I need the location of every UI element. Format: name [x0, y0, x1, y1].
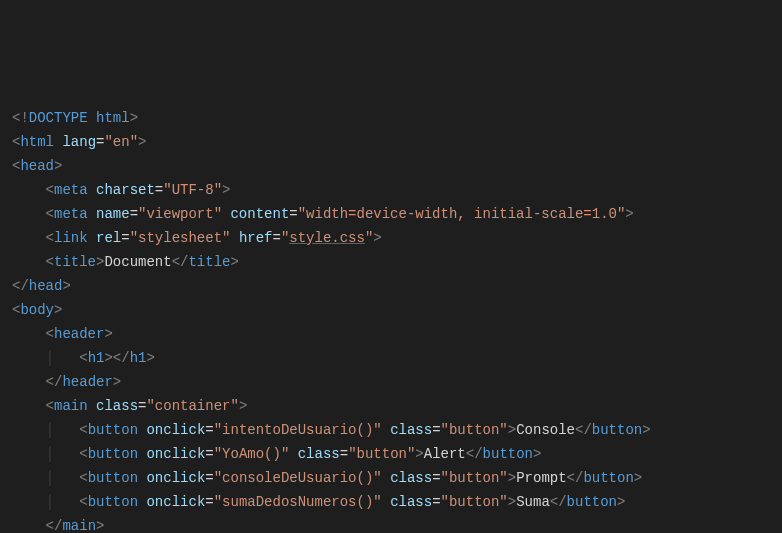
token: >: [62, 278, 70, 294]
token: >: [625, 206, 633, 222]
token: name: [96, 206, 130, 222]
token: main: [54, 398, 88, 414]
token: <: [79, 446, 87, 462]
token: >: [634, 470, 642, 486]
code-line[interactable]: <main class="container">: [12, 394, 770, 418]
code-line[interactable]: </head>: [12, 274, 770, 298]
token: </: [567, 470, 584, 486]
token: </: [46, 518, 63, 533]
token: button: [583, 470, 633, 486]
token: head: [20, 158, 54, 174]
code-line[interactable]: <title>Document</title>: [12, 250, 770, 274]
code-line[interactable]: <!DOCTYPE html>: [12, 106, 770, 130]
token: "button": [348, 446, 415, 462]
token: >: [146, 350, 154, 366]
code-line[interactable]: <header>: [12, 322, 770, 346]
token: >: [642, 422, 650, 438]
token: html: [96, 110, 130, 126]
token: =: [121, 230, 129, 246]
token: button: [88, 470, 138, 486]
code-line[interactable]: │ <button onclick="sumaDedosNumeros()" c…: [12, 490, 770, 514]
code-line[interactable]: </main>: [12, 514, 770, 533]
token: "UTF-8": [163, 182, 222, 198]
token: Prompt: [516, 470, 566, 486]
token: meta: [54, 206, 88, 222]
token: content: [230, 206, 289, 222]
token: html: [20, 134, 54, 150]
token: head: [29, 278, 63, 294]
token: "viewport": [138, 206, 222, 222]
token: >: [508, 422, 516, 438]
token: [88, 398, 96, 414]
token: >: [54, 302, 62, 318]
token: >: [508, 470, 516, 486]
token: >: [617, 494, 625, 510]
token: >: [373, 230, 381, 246]
code-line[interactable]: <meta name="viewport" content="width=dev…: [12, 202, 770, 226]
code-editor[interactable]: <!DOCTYPE html><html lang="en"><head> <m…: [12, 106, 770, 533]
token: <: [46, 206, 54, 222]
token: [88, 230, 96, 246]
token: class: [390, 494, 432, 510]
code-line[interactable]: <html lang="en">: [12, 130, 770, 154]
code-line[interactable]: │ <button onclick="intentoDeUsuario()" c…: [12, 418, 770, 442]
token: button: [88, 494, 138, 510]
token: body: [20, 302, 54, 318]
code-line[interactable]: <head>: [12, 154, 770, 178]
token: title: [188, 254, 230, 270]
token: button: [88, 446, 138, 462]
token: =: [205, 446, 213, 462]
token: Suma: [516, 494, 550, 510]
token: button: [483, 446, 533, 462]
token: button: [567, 494, 617, 510]
token: </: [172, 254, 189, 270]
token: =: [205, 422, 213, 438]
token: onclick: [146, 422, 205, 438]
token: rel: [96, 230, 121, 246]
token: >: [533, 446, 541, 462]
token: >: [113, 374, 121, 390]
code-line[interactable]: </header>: [12, 370, 770, 394]
token: header: [54, 326, 104, 342]
token: onclick: [146, 494, 205, 510]
token: >: [230, 254, 238, 270]
token: [289, 446, 297, 462]
token: </: [12, 278, 29, 294]
token: "sumaDedosNumeros()": [214, 494, 382, 510]
token: <: [46, 182, 54, 198]
token: [382, 422, 390, 438]
token: [382, 494, 390, 510]
token: <: [79, 494, 87, 510]
code-line[interactable]: │ <button onclick="consoleDeUsuario()" c…: [12, 466, 770, 490]
token: >: [239, 398, 247, 414]
code-line[interactable]: <body>: [12, 298, 770, 322]
token: =: [432, 422, 440, 438]
token: class: [390, 422, 432, 438]
code-line[interactable]: │ <button onclick="YoAmo()" class="butto…: [12, 442, 770, 466]
token: <: [79, 470, 87, 486]
code-line[interactable]: <meta charset="UTF-8">: [12, 178, 770, 202]
token: "stylesheet": [130, 230, 231, 246]
token: href: [239, 230, 273, 246]
token: onclick: [146, 470, 205, 486]
token: [88, 206, 96, 222]
token: "intentoDeUsuario()": [214, 422, 382, 438]
token: class: [298, 446, 340, 462]
token: "button": [441, 470, 508, 486]
token: <: [79, 422, 87, 438]
code-line[interactable]: <link rel="stylesheet" href="style.css">: [12, 226, 770, 250]
token: h1: [130, 350, 147, 366]
token: =: [340, 446, 348, 462]
token: >: [104, 326, 112, 342]
token: <!: [12, 110, 29, 126]
code-line[interactable]: │ <h1></h1>: [12, 346, 770, 370]
token: "container": [146, 398, 238, 414]
token: =: [205, 470, 213, 486]
token: Document: [104, 254, 171, 270]
token: [230, 230, 238, 246]
token: [88, 110, 96, 126]
token: >: [130, 110, 138, 126]
token: "consoleDeUsuario()": [214, 470, 382, 486]
token: class: [96, 398, 138, 414]
token: <: [46, 254, 54, 270]
